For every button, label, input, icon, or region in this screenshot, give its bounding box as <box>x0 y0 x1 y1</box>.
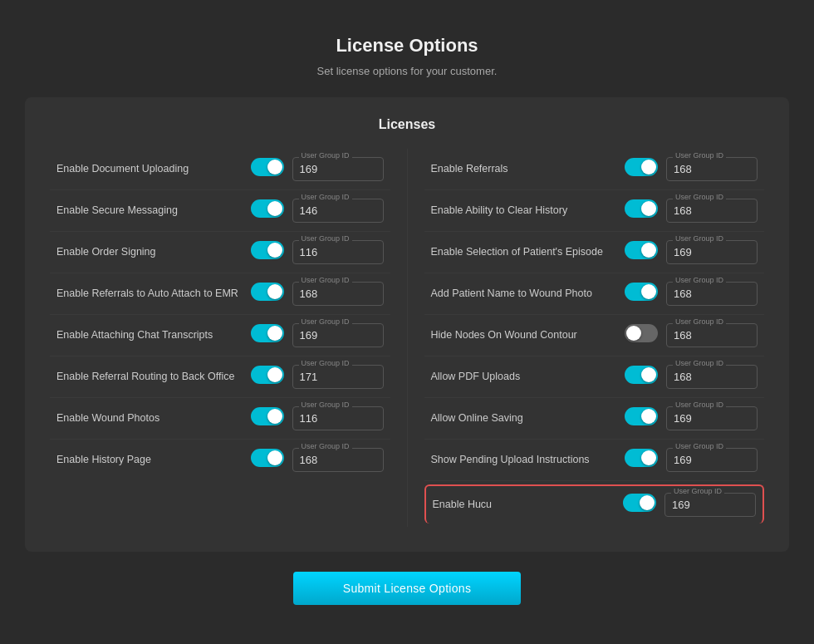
toggle-thumb <box>641 160 656 175</box>
user-group-id-input[interactable] <box>666 365 758 389</box>
toggle-wrapper <box>625 407 658 429</box>
license-label: Hide Nodes On Wound Contour <box>431 329 617 341</box>
user-group-field: User Group ID <box>292 323 384 347</box>
toggle-switch[interactable] <box>251 449 284 467</box>
submit-button[interactable]: Submit License Options <box>293 572 521 605</box>
user-group-id-input[interactable] <box>666 282 758 306</box>
user-group-id-input[interactable] <box>666 323 758 347</box>
toggle-switch[interactable] <box>251 283 284 301</box>
field-label: User Group ID <box>299 234 352 243</box>
licenses-grid: Enable Document UploadingUser Group IDEn… <box>50 149 764 527</box>
toggle-track <box>251 199 284 218</box>
user-group-field: User Group ID <box>666 199 758 223</box>
toggle-track <box>625 324 658 342</box>
toggle-track <box>251 407 284 425</box>
toggle-switch[interactable] <box>251 407 284 425</box>
toggle-switch[interactable] <box>623 494 656 512</box>
license-label: Enable Secure Messaging <box>56 204 243 216</box>
field-label: User Group ID <box>673 442 726 450</box>
field-label: User Group ID <box>299 151 352 160</box>
field-label: User Group ID <box>673 401 726 409</box>
user-group-field: User Group ID <box>666 240 758 264</box>
license-row-enable-wound-photos: Enable Wound PhotosUser Group ID <box>50 398 390 440</box>
license-label: Enable Referrals <box>431 163 617 175</box>
toggle-switch[interactable] <box>251 199 284 218</box>
toggle-switch[interactable] <box>625 241 658 259</box>
user-group-id-input[interactable] <box>666 199 758 223</box>
license-label: Enable History Page <box>56 454 243 465</box>
user-group-id-input[interactable] <box>664 493 756 517</box>
license-label: Enable Attaching Chat Transcripts <box>56 329 243 341</box>
field-label: User Group ID <box>673 234 726 243</box>
user-group-id-input[interactable] <box>292 199 384 223</box>
toggle-switch[interactable] <box>625 199 658 218</box>
toggle-switch[interactable] <box>625 407 658 425</box>
toggle-thumb <box>267 201 282 216</box>
toggle-switch[interactable] <box>625 324 658 342</box>
submit-button-wrapper: Submit License Options <box>25 572 789 605</box>
main-card: Licenses Enable Document UploadingUser G… <box>25 97 789 552</box>
user-group-id-input[interactable] <box>666 240 758 264</box>
user-group-field: User Group ID <box>292 282 384 306</box>
toggle-track <box>625 366 658 384</box>
section-title: Licenses <box>50 117 764 132</box>
user-group-id-input[interactable] <box>292 406 384 430</box>
toggle-switch[interactable] <box>251 366 284 384</box>
toggle-thumb <box>267 160 282 175</box>
user-group-field: User Group ID <box>292 199 384 223</box>
field-label: User Group ID <box>299 317 352 326</box>
user-group-id-input[interactable] <box>666 157 758 181</box>
toggle-thumb <box>267 326 282 341</box>
field-label: User Group ID <box>299 442 352 450</box>
license-label: Allow PDF Uploads <box>431 371 617 382</box>
license-row-enable-hucu: Enable HucuUser Group ID <box>424 484 765 524</box>
toggle-thumb <box>641 450 656 465</box>
toggle-wrapper <box>251 324 284 346</box>
user-group-field: User Group ID <box>664 493 756 517</box>
toggle-track <box>623 494 656 512</box>
toggle-track <box>625 199 658 218</box>
toggle-track <box>625 449 658 467</box>
user-group-id-input[interactable] <box>292 323 384 347</box>
toggle-thumb <box>641 409 656 424</box>
user-group-field: User Group ID <box>292 240 384 264</box>
toggle-switch[interactable] <box>625 366 658 384</box>
toggle-switch[interactable] <box>251 158 284 176</box>
toggle-track <box>625 241 658 259</box>
license-label: Enable Selection of Patient's Episode <box>431 246 617 258</box>
user-group-id-input[interactable] <box>292 157 384 181</box>
license-label: Allow Online Saving <box>431 412 617 424</box>
toggle-switch[interactable] <box>251 324 284 342</box>
license-row-enable-referrals: Enable ReferralsUser Group ID <box>424 149 765 190</box>
license-row-enable-referral-routing: Enable Referral Routing to Back OfficeUs… <box>50 356 390 398</box>
toggle-thumb <box>641 284 656 299</box>
user-group-id-input[interactable] <box>292 240 384 264</box>
toggle-switch[interactable] <box>625 283 658 301</box>
toggle-thumb <box>267 284 282 299</box>
toggle-track <box>625 283 658 301</box>
right-column: Enable ReferralsUser Group IDEnable Abil… <box>408 149 765 527</box>
user-group-field: User Group ID <box>666 282 758 306</box>
toggle-thumb <box>267 450 282 465</box>
license-row-enable-patient-episode: Enable Selection of Patient's EpisodeUse… <box>424 232 765 273</box>
toggle-switch[interactable] <box>251 241 284 259</box>
toggle-track <box>251 366 284 384</box>
license-row-add-patient-name-wound-photo: Add Patient Name to Wound PhotoUser Grou… <box>424 273 765 315</box>
toggle-switch[interactable] <box>625 449 658 467</box>
toggle-wrapper <box>625 241 658 263</box>
toggle-switch[interactable] <box>625 158 658 176</box>
user-group-id-input[interactable] <box>666 448 758 472</box>
user-group-field: User Group ID <box>292 448 384 472</box>
user-group-id-input[interactable] <box>666 406 758 430</box>
license-label: Enable Referrals to Auto Attach to EMR <box>56 288 243 299</box>
user-group-id-input[interactable] <box>292 282 384 306</box>
user-group-id-input[interactable] <box>292 448 384 472</box>
license-label: Enable Hucu <box>433 499 615 510</box>
license-row-show-pending-upload-instructions: Show Pending Upload InstructionsUser Gro… <box>424 440 765 481</box>
user-group-field: User Group ID <box>666 365 758 389</box>
user-group-id-input[interactable] <box>292 365 384 389</box>
toggle-wrapper <box>251 449 284 470</box>
outer-container: License Options Set license options for … <box>8 15 806 630</box>
toggle-track <box>251 324 284 342</box>
license-row-enable-order-signing: Enable Order SigningUser Group ID <box>50 232 390 273</box>
